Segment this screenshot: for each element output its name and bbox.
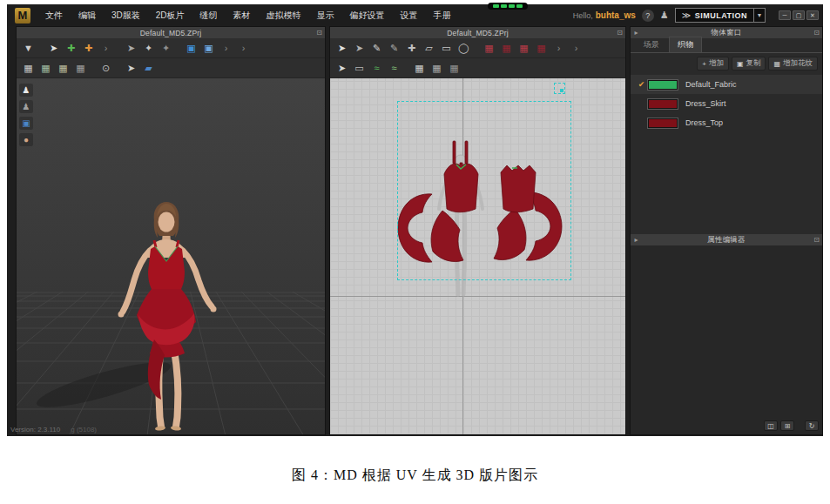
menu-item-5[interactable]: 素材 (226, 4, 259, 26)
selection-rectangle[interactable] (397, 101, 571, 280)
tab-scene[interactable]: 场景 (636, 37, 667, 52)
segment-sewing-tool-icon[interactable]: ▭ (351, 61, 368, 76)
fabric-color-swatch[interactable] (648, 118, 678, 128)
select-mesh-tool-icon[interactable]: ➤ (123, 41, 139, 56)
panel-toggle-icon[interactable]: ▰ (140, 61, 157, 76)
fabric-list: ✔ Default_Fabric Dress_Skirt Dress_Top (631, 75, 822, 132)
quad-view-button[interactable]: ⊞ (780, 420, 794, 431)
show-pattern-mark-icon[interactable]: ▦ (533, 41, 550, 56)
view-layout-controls: ◫ ⊞ ↻ (764, 420, 819, 431)
property-editor-menu-icon[interactable]: ⊡ (811, 234, 822, 245)
more-2d-tools-icon[interactable]: › (550, 41, 567, 56)
fabric-row-top[interactable]: Dress_Top (631, 113, 822, 132)
show-points-board-icon[interactable]: ▦ (72, 61, 89, 76)
maximize-button[interactable]: ▢ (793, 10, 805, 20)
more-tools-icon[interactable]: › (218, 41, 234, 56)
edit-curve-tool-icon[interactable]: ✎ (386, 41, 402, 56)
show-mesh-board-icon[interactable]: ▦ (37, 61, 54, 76)
copy-fabric-button[interactable]: ▣复制 (732, 57, 766, 71)
reset-arrangement-icon[interactable]: ▼ (20, 41, 37, 56)
select-sewing-tool-icon[interactable]: ➤ (334, 61, 350, 76)
panel-collapse-icon[interactable]: ▸ (631, 234, 642, 245)
pin-tool-icon[interactable]: ✦ (140, 41, 157, 56)
menu-item-3[interactable]: 2D板片 (148, 4, 192, 26)
3d-scene (17, 78, 325, 434)
edit-point-tool-icon[interactable]: ✎ (368, 41, 385, 56)
selection-handle[interactable] (560, 89, 563, 92)
view2d-canvas[interactable] (330, 78, 625, 434)
minimize-button[interactable]: ─ (779, 10, 791, 20)
more-2d-tools-icon-2[interactable]: › (568, 41, 584, 56)
reset-view-button[interactable]: ↻ (805, 420, 819, 431)
menu-item-8[interactable]: 偏好设置 (342, 4, 393, 26)
copy-fabric-label: 复制 (746, 58, 760, 69)
simulation-button[interactable]: ≫SIMULATION (675, 8, 754, 23)
menu-item-1[interactable]: 编辑 (71, 4, 104, 26)
add-fabric-button[interactable]: +增加 (697, 57, 729, 71)
show-bust-icon[interactable]: ♟ (19, 100, 33, 113)
polygon-tool-icon[interactable]: ▱ (421, 41, 437, 56)
fabric-row-default[interactable]: ✔ Default_Fabric (631, 75, 822, 94)
more-tools-icon-2[interactable]: › (235, 41, 252, 56)
show-avatar-icon[interactable]: ♟ (19, 84, 33, 97)
tab-fabric[interactable]: 织物 (669, 37, 702, 52)
menu-item-6[interactable]: 虚拟模特 (259, 4, 309, 26)
edit-pattern-tool-icon[interactable]: ➤ (351, 41, 368, 56)
arrangement-points-toggle-icon[interactable]: ▣ (200, 41, 217, 56)
simulation-button-group: ≫SIMULATION ▼ (675, 8, 766, 23)
view3d-canvas[interactable]: ♟♟▣● (17, 78, 325, 434)
help-icon[interactable]: ? (642, 10, 654, 22)
menu-item-2[interactable]: 3D服装 (104, 4, 148, 26)
object-window-title: 物体窗口 (642, 28, 811, 38)
show-basting-icon[interactable]: ▦ (516, 41, 532, 56)
fabric-color-swatch[interactable] (648, 80, 678, 90)
app-logo: M (15, 8, 30, 24)
add-point-tool-icon[interactable]: ✚ (403, 41, 420, 56)
menu-item-4[interactable]: 缝纫 (192, 4, 226, 26)
object-window-menu-icon[interactable]: ⊡ (811, 27, 822, 38)
show-grid-icon[interactable]: ▦ (446, 61, 462, 76)
show-head-icon[interactable]: ● (19, 133, 33, 146)
pin-view-icon[interactable]: ⊙ (98, 61, 114, 76)
simulation-dropdown[interactable]: ▼ (754, 8, 766, 23)
show-baseline-icon[interactable]: ▦ (428, 61, 445, 76)
figure-caption: 图 4：MD 根据 UV 生成 3D 版片图示 (0, 467, 830, 485)
view2d-toolbar-row2: ➤▭≈≈▦▦▦ (330, 58, 625, 78)
fabric-row-skirt[interactable]: Dress_Skirt (631, 94, 822, 113)
close-button[interactable]: ✕ (806, 10, 819, 20)
sculpt-tool-icon[interactable]: ✦ (158, 41, 174, 56)
rectangle-tool-icon[interactable]: ▭ (438, 41, 455, 56)
arrangement-board-icon[interactable]: ▣ (19, 117, 33, 130)
print-icon: ▦ (773, 60, 780, 68)
version-text: Version: 2.3.110g (5108) (10, 426, 97, 433)
menu-item-0[interactable]: 文件 (37, 4, 71, 26)
show-grain-icon[interactable]: ▦ (481, 41, 497, 56)
split-view-button[interactable]: ◫ (764, 420, 778, 431)
transform-pattern-tool-icon[interactable]: ➤ (334, 41, 350, 56)
menu-right-cluster: Hello,buhta_ws ? ♟ ≫SIMULATION ▼ ─▢✕ (573, 8, 823, 23)
show-pattern-board-icon[interactable]: ▦ (20, 61, 37, 76)
rotate-gizmo-icon[interactable]: ✚ (80, 41, 97, 56)
view3d-toolbar-row2: ▦▦▦▦⊙➤▰ (17, 58, 325, 78)
show-seamline-icon[interactable]: ▦ (411, 61, 428, 76)
tool-overflow-icon[interactable]: › (98, 41, 114, 56)
transform-gadget-icon[interactable] (554, 83, 565, 94)
select-move-tool-icon[interactable]: ➤ (45, 41, 62, 56)
fabric-color-swatch[interactable] (648, 99, 678, 109)
account-icon[interactable]: ♟ (660, 10, 669, 21)
free-sewing-tool-icon[interactable]: ≈ (368, 61, 385, 76)
menu-item-7[interactable]: 显示 (309, 4, 342, 26)
status-led-indicator (488, 3, 528, 10)
edit-sewing-tool-icon[interactable]: ≈ (386, 61, 402, 76)
view3d-menu-icon[interactable]: ⊡ (314, 27, 325, 38)
menu-item-9[interactable]: 设置 (393, 4, 426, 26)
show-avatar-toggle-icon[interactable]: ▣ (183, 41, 199, 56)
move-gizmo-icon[interactable]: ✚ (63, 41, 79, 56)
show-shade-board-icon[interactable]: ▦ (55, 61, 71, 76)
add-print-button[interactable]: ▦增加花纹 (768, 57, 818, 71)
menu-item-10[interactable]: 手册 (426, 4, 459, 26)
show-texture-icon[interactable]: ▦ (498, 41, 515, 56)
view2d-menu-icon[interactable]: ⊡ (614, 27, 625, 38)
circle-tool-icon[interactable]: ◯ (455, 41, 472, 56)
select-view-icon[interactable]: ➤ (123, 61, 139, 76)
